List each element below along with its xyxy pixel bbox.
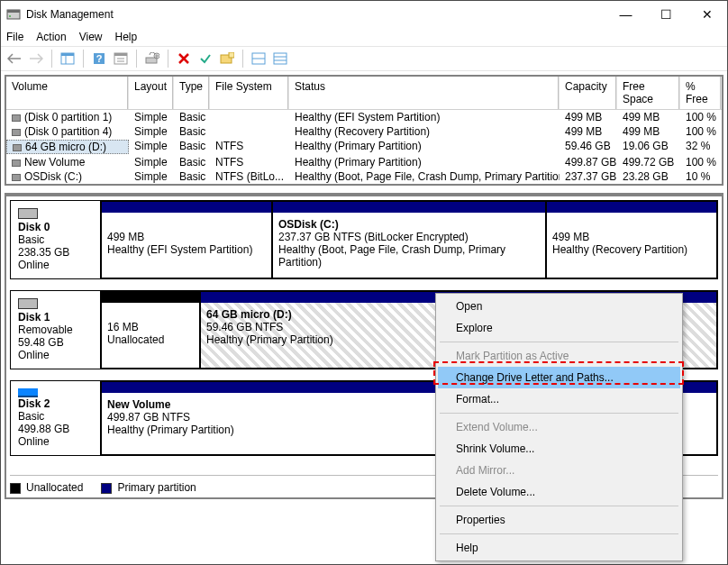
- menu-item[interactable]: Properties: [438, 509, 680, 531]
- menu-item[interactable]: Delete Volume...: [438, 481, 680, 503]
- disk1-header[interactable]: Disk 1 Removable 59.48 GB Online: [11, 291, 101, 369]
- cell: Simple: [129, 111, 174, 123]
- part-title: 64 GB micro (D:): [206, 308, 292, 321]
- refresh-button[interactable]: [142, 49, 162, 68]
- help-button[interactable]: ?: [89, 49, 109, 68]
- part-title: New Volume: [107, 398, 170, 411]
- part-status: Healthy (Boot, Page File, Crash Dump, Pr…: [278, 243, 505, 269]
- svg-rect-9: [114, 53, 127, 56]
- col-type[interactable]: Type: [174, 77, 210, 109]
- volume-list: Volume Layout Type File System Status Ca…: [5, 75, 723, 186]
- nav-back-button[interactable]: [5, 49, 24, 68]
- menu-item[interactable]: Change Drive Letter and Paths...: [438, 367, 680, 388]
- disk0-partition-osdisk[interactable]: OSDisk (C:)237.37 GB NTFS (BitLocker Enc…: [272, 201, 546, 278]
- cell: Simple: [129, 125, 174, 138]
- part-size: 237.37 GB NTFS (BitLocker Encrypted): [278, 231, 469, 243]
- cell: Healthy (Boot, Page File, Crash Dump, Pr…: [289, 170, 560, 183]
- titlebar: Disk Management — ☐ ✕: [1, 1, 727, 28]
- cell: Simple: [129, 170, 174, 183]
- cell: (Disk 0 partition 4): [6, 125, 129, 138]
- check-button[interactable]: [196, 49, 215, 68]
- maximize-button[interactable]: ☐: [646, 1, 687, 28]
- menu-item: Add Mirror...: [438, 460, 680, 481]
- svg-text:?: ?: [96, 53, 103, 64]
- new-folder-button[interactable]: [217, 49, 237, 68]
- disk-name: Disk 0: [18, 221, 93, 233]
- menu-separator: [440, 533, 678, 534]
- disk0-partition-1[interactable]: 499 MBHealthy (EFI System Partition): [101, 201, 272, 278]
- disk0-header[interactable]: Disk 0 Basic 238.35 GB Online: [11, 201, 101, 278]
- disk-type: Basic: [18, 233, 93, 246]
- cell: 59.46 GB: [560, 140, 617, 154]
- col-filesystem[interactable]: File System: [210, 77, 289, 109]
- cell: 32 %: [680, 140, 722, 154]
- volume-row[interactable]: (Disk 0 partition 1)SimpleBasicHealthy (…: [6, 110, 722, 124]
- col-status[interactable]: Status: [289, 77, 560, 109]
- menu-help[interactable]: Help: [115, 31, 138, 43]
- layout-button-2[interactable]: [270, 49, 290, 68]
- menu-view[interactable]: View: [79, 31, 103, 43]
- delete-button[interactable]: [174, 49, 194, 68]
- col-layout[interactable]: Layout: [129, 77, 174, 109]
- cell: 10 %: [680, 170, 722, 183]
- col-pctfree[interactable]: % Free: [680, 77, 722, 109]
- volume-row[interactable]: 64 GB micro (D:)SimpleBasicNTFSHealthy (…: [6, 139, 722, 155]
- cell: 499 MB: [617, 111, 680, 123]
- disk-management-window: Disk Management — ☐ ✕ File Action View H…: [0, 0, 728, 565]
- disk-icon: [18, 388, 38, 396]
- menu-action[interactable]: Action: [36, 31, 66, 43]
- col-freespace[interactable]: Free Space: [617, 77, 680, 109]
- separator-icon: [136, 50, 137, 68]
- menu-item[interactable]: Format...: [438, 388, 680, 410]
- cell: 19.06 GB: [617, 140, 680, 154]
- disk0-partition-4[interactable]: 499 MBHealthy (Recovery Partition): [546, 201, 717, 278]
- minimize-button[interactable]: —: [605, 1, 646, 28]
- menu-file[interactable]: File: [6, 31, 23, 43]
- swatch-primary: [101, 483, 112, 494]
- part-status: Healthy (Primary Partition): [107, 424, 234, 436]
- menu-item[interactable]: Shrink Volume...: [438, 438, 680, 460]
- volume-row[interactable]: OSDisk (C:)SimpleBasicNTFS (BitLo...Heal…: [6, 169, 722, 184]
- swatch-unallocated: [10, 483, 21, 494]
- legend-unallocated: Unallocated: [26, 481, 83, 494]
- volume-row[interactable]: (Disk 0 partition 4)SimpleBasicHealthy (…: [6, 124, 722, 139]
- cell: Basic: [174, 111, 210, 123]
- col-volume[interactable]: Volume: [6, 77, 129, 109]
- part-title: OSDisk (C:): [278, 218, 339, 231]
- disk-name: Disk 2: [18, 397, 93, 410]
- menu-item[interactable]: Help: [438, 537, 680, 559]
- col-capacity[interactable]: Capacity: [560, 77, 617, 109]
- svg-rect-15: [229, 52, 234, 58]
- app-icon: [6, 7, 21, 22]
- cell: 499 MB: [560, 111, 617, 123]
- svg-rect-18: [274, 53, 287, 64]
- separator-icon: [51, 50, 52, 68]
- menu-separator: [440, 342, 678, 342]
- cell: 23.28 GB: [617, 170, 680, 183]
- disk2-header[interactable]: Disk 2 Basic 499.88 GB Online: [11, 381, 101, 455]
- close-button[interactable]: ✕: [687, 1, 727, 28]
- menu-item[interactable]: Explore: [438, 317, 680, 339]
- menu-item[interactable]: Open: [438, 296, 680, 317]
- disk1-unallocated[interactable]: 16 MBUnallocated: [101, 291, 200, 369]
- props-button[interactable]: [111, 49, 131, 68]
- volume-icon: [12, 159, 21, 167]
- primary-stripe: [273, 202, 545, 213]
- cell: 100 %: [680, 111, 722, 123]
- volume-row[interactable]: New VolumeSimpleBasicNTFSHealthy (Primar…: [6, 155, 722, 169]
- cell: 100 %: [680, 125, 722, 138]
- layout-button-1[interactable]: [249, 49, 268, 68]
- part-status: Healthy (EFI System Partition): [107, 243, 252, 256]
- cell: [210, 111, 289, 123]
- cell: Simple: [129, 140, 174, 154]
- cell: Basic: [174, 140, 210, 154]
- menu-separator: [440, 413, 678, 414]
- disk-icon: [18, 298, 38, 309]
- volume-icon: [12, 114, 21, 122]
- nav-forward-button[interactable]: [26, 49, 46, 68]
- disk-size: 499.88 GB: [18, 423, 93, 435]
- cell: Basic: [174, 156, 210, 169]
- disk0: Disk 0 Basic 238.35 GB Online 499 MBHeal…: [10, 200, 718, 279]
- show-console-tree-button[interactable]: [58, 49, 77, 68]
- cell: Healthy (Primary Partition): [289, 156, 560, 169]
